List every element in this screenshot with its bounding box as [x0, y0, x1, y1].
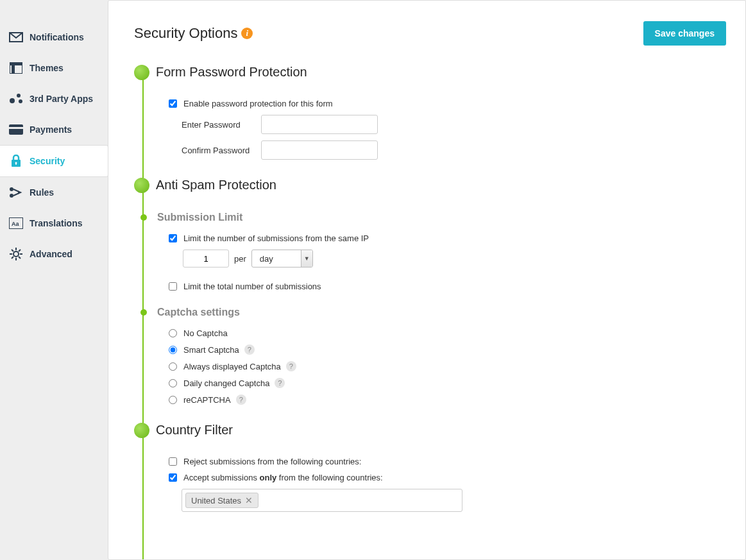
svg-point-13 — [10, 194, 13, 198]
sidebar-item-notifications[interactable]: Notifications — [0, 22, 108, 53]
save-button[interactable]: Save changes — [643, 21, 726, 46]
captcha-recaptcha-label: reCAPTCHA — [183, 395, 231, 405]
svg-point-12 — [10, 187, 13, 191]
subsection-captcha: Captcha settings No Captcha Smart Captch… — [143, 307, 726, 405]
rules-icon — [9, 186, 23, 199]
captcha-smart-label: Smart Captcha — [183, 345, 239, 355]
subsection-title: Captcha settings — [143, 307, 726, 318]
sidebar-label: Rules — [30, 187, 54, 198]
limit-total-checkbox[interactable] — [169, 282, 177, 291]
sidebar-item-security[interactable]: Security — [0, 145, 108, 177]
reject-countries-checkbox[interactable] — [169, 457, 177, 466]
accept-countries-checkbox[interactable] — [169, 473, 177, 482]
apps-icon — [9, 92, 23, 105]
enter-password-label: Enter Password — [182, 120, 261, 130]
captcha-none-radio[interactable] — [169, 329, 177, 337]
svg-line-23 — [19, 257, 21, 259]
sidebar-label: Notifications — [30, 32, 84, 42]
svg-rect-8 — [9, 127, 23, 129]
country-tag-label: United States — [191, 496, 241, 505]
sidebar: Notifications Themes 3rd Party Apps Paym… — [0, 0, 108, 560]
captcha-daily-label: Daily changed Captcha — [183, 378, 269, 388]
svg-point-6 — [19, 99, 22, 103]
info-icon[interactable]: i — [241, 28, 253, 39]
sidebar-label: Payments — [30, 124, 72, 135]
limit-total-label: Limit the total number of submissions — [183, 282, 321, 291]
svg-rect-11 — [15, 163, 16, 165]
help-icon[interactable]: ? — [286, 361, 296, 371]
translations-icon: Aa — [9, 217, 23, 230]
svg-line-25 — [19, 250, 21, 251]
enable-password-label: Enable password protection for this form — [183, 99, 333, 108]
subsection-submission-limit: Submission Limit Limit the number of sub… — [143, 212, 726, 291]
help-icon[interactable]: ? — [244, 344, 255, 355]
close-icon[interactable]: ✕ — [245, 495, 253, 505]
svg-marker-14 — [18, 191, 21, 194]
confirm-password-input[interactable] — [261, 140, 378, 160]
limit-ip-label: Limit the number of submissions from the… — [183, 233, 369, 243]
gear-icon — [9, 248, 23, 260]
section-title: Country Filter — [143, 423, 726, 437]
country-tags-input[interactable]: United States ✕ — [182, 489, 462, 512]
svg-point-17 — [13, 251, 19, 257]
help-icon[interactable]: ? — [275, 378, 285, 388]
section-bullet-icon — [134, 423, 149, 438]
section-title: Form Password Protection — [143, 65, 726, 80]
sidebar-label: 3rd Party Apps — [30, 94, 93, 104]
sidebar-label: Security — [30, 156, 65, 166]
sidebar-item-translations[interactable]: Aa Translations — [0, 208, 108, 239]
per-label: per — [234, 254, 246, 264]
section-title: Anti Spam Protection — [143, 178, 726, 192]
subsection-title: Submission Limit — [143, 212, 726, 223]
main-panel: Security Options i Save changes Form Pas… — [108, 0, 746, 560]
sub-bullet-icon — [140, 214, 147, 221]
sidebar-label: Advanced — [30, 249, 72, 259]
page-title: Security Options i — [134, 25, 253, 42]
sidebar-item-advanced[interactable]: Advanced — [0, 239, 108, 269]
sub-bullet-icon — [140, 309, 147, 316]
section-bullet-icon — [134, 178, 149, 193]
enable-password-checkbox[interactable] — [169, 99, 177, 108]
svg-line-22 — [12, 250, 13, 251]
mail-icon — [9, 31, 23, 44]
svg-point-4 — [10, 98, 15, 103]
captcha-recaptcha-radio[interactable] — [169, 396, 177, 404]
limit-value-input[interactable] — [183, 250, 229, 267]
payments-icon — [9, 123, 23, 136]
svg-line-24 — [12, 257, 13, 259]
per-unit-value: day — [252, 250, 301, 267]
svg-rect-7 — [9, 124, 23, 135]
lock-icon — [9, 155, 23, 167]
sidebar-item-apps[interactable]: 3rd Party Apps — [0, 83, 108, 114]
svg-point-5 — [17, 94, 21, 98]
limit-ip-checkbox[interactable] — [169, 234, 177, 242]
section-password: Form Password Protection Enable password… — [143, 65, 726, 160]
captcha-always-radio[interactable] — [169, 362, 177, 371]
captcha-none-label: No Captcha — [183, 328, 228, 338]
confirm-password-label: Confirm Password — [182, 146, 261, 155]
captcha-smart-radio[interactable] — [169, 346, 177, 354]
svg-rect-3 — [12, 62, 15, 74]
accept-countries-label: Accept submissions only from the followi… — [183, 473, 383, 482]
section-bullet-icon — [134, 65, 149, 80]
themes-icon — [9, 62, 23, 74]
section-antispam: Anti Spam Protection Submission Limit Li… — [143, 178, 726, 405]
sidebar-item-themes[interactable]: Themes — [0, 53, 108, 83]
per-unit-select[interactable]: day ▼ — [251, 250, 313, 267]
section-country: Country Filter Reject submissions from t… — [143, 423, 726, 512]
chevron-down-icon: ▼ — [301, 250, 312, 267]
reject-countries-label: Reject submissions from the following co… — [183, 457, 361, 466]
help-icon[interactable]: ? — [236, 395, 246, 405]
sidebar-item-rules[interactable]: Rules — [0, 177, 108, 208]
sidebar-label: Themes — [30, 63, 64, 73]
enter-password-input[interactable] — [261, 115, 378, 134]
captcha-daily-radio[interactable] — [169, 379, 177, 387]
country-tag: United States ✕ — [185, 493, 259, 508]
captcha-always-label: Always displayed Captcha — [183, 362, 281, 371]
sidebar-item-payments[interactable]: Payments — [0, 114, 108, 145]
svg-text:Aa: Aa — [12, 221, 19, 227]
sidebar-label: Translations — [30, 218, 82, 228]
